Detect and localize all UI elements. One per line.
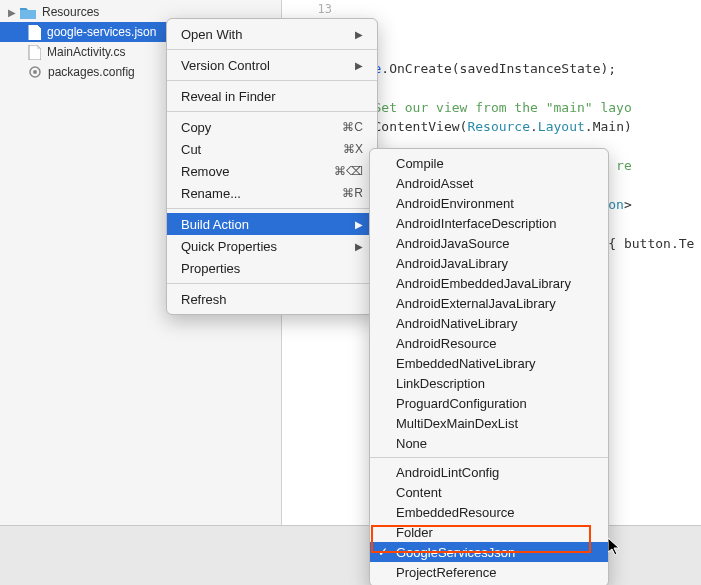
submenu-item[interactable]: AndroidLintConfig	[370, 462, 608, 482]
tree-item-label: Resources	[42, 5, 99, 19]
context-menu: Open With ▶ Version Control ▶ Reveal in …	[166, 18, 378, 315]
submenu-item[interactable]: Folder	[370, 522, 608, 542]
menu-quick-properties[interactable]: Quick Properties ▶	[167, 235, 377, 257]
submenu-item[interactable]: Content	[370, 482, 608, 502]
submenu-label: AndroidJavaLibrary	[396, 256, 508, 271]
submenu-item[interactable]: AndroidEnvironment	[370, 193, 608, 213]
menu-rename[interactable]: Rename... ⌘R	[167, 182, 377, 204]
submenu-item[interactable]: MultiDexMainDexList	[370, 413, 608, 433]
submenu-arrow-icon: ▶	[355, 219, 363, 230]
menu-separator	[167, 208, 377, 209]
folder-icon	[20, 6, 36, 19]
menu-properties[interactable]: Properties	[167, 257, 377, 279]
menu-separator	[167, 283, 377, 284]
checkmark-icon: ✓	[378, 545, 388, 559]
submenu-separator	[370, 457, 608, 458]
menu-item-label: Cut	[181, 142, 201, 157]
submenu-label: AndroidLintConfig	[396, 465, 499, 480]
submenu-item[interactable]: AndroidAsset	[370, 173, 608, 193]
file-icon	[28, 45, 41, 60]
submenu-label: AndroidJavaSource	[396, 236, 509, 251]
line-number: 13	[300, 0, 332, 18]
submenu-label: AndroidEmbeddedJavaLibrary	[396, 276, 571, 291]
submenu-label: EmbeddedResource	[396, 505, 515, 520]
menu-item-label: Open With	[181, 27, 242, 42]
file-icon	[28, 25, 41, 40]
submenu-item[interactable]: EmbeddedResource	[370, 502, 608, 522]
menu-separator	[167, 111, 377, 112]
submenu-label: Content	[396, 485, 442, 500]
menu-version-control[interactable]: Version Control ▶	[167, 54, 377, 76]
submenu-item[interactable]: AndroidExternalJavaLibrary	[370, 293, 608, 313]
submenu-label: AndroidAsset	[396, 176, 473, 191]
submenu-item[interactable]: None	[370, 433, 608, 453]
gear-icon	[28, 65, 42, 79]
submenu-item[interactable]: Compile	[370, 153, 608, 173]
submenu-item[interactable]: LinkDescription	[370, 373, 608, 393]
submenu-item[interactable]: AndroidInterfaceDescription	[370, 213, 608, 233]
submenu-label: AndroidNativeLibrary	[396, 316, 517, 331]
submenu-item[interactable]: EmbeddedNativeLibrary	[370, 353, 608, 373]
submenu-arrow-icon: ▶	[355, 60, 363, 71]
submenu-label: MultiDexMainDexList	[396, 416, 518, 431]
submenu-label: AndroidExternalJavaLibrary	[396, 296, 556, 311]
submenu-label: Compile	[396, 156, 444, 171]
menu-item-label: Build Action	[181, 217, 249, 232]
menu-item-label: Remove	[181, 164, 229, 179]
menu-shortcut: ⌘X	[343, 142, 363, 156]
submenu-item[interactable]: ProguardConfiguration	[370, 393, 608, 413]
submenu-arrow-icon: ▶	[355, 29, 363, 40]
menu-copy[interactable]: Copy ⌘C	[167, 116, 377, 138]
submenu-label: None	[396, 436, 427, 451]
submenu-item[interactable]: AndroidJavaLibrary	[370, 253, 608, 273]
submenu-item[interactable]: AndroidResource	[370, 333, 608, 353]
submenu-label: AndroidEnvironment	[396, 196, 514, 211]
menu-build-action[interactable]: Build Action ▶	[167, 213, 377, 235]
submenu-label: ProjectReference	[396, 565, 496, 580]
submenu-item[interactable]: AndroidEmbeddedJavaLibrary	[370, 273, 608, 293]
submenu-label: GoogleServicesJson	[396, 545, 515, 560]
submenu-label: Folder	[396, 525, 433, 540]
submenu-item[interactable]: ProjectReference	[370, 562, 608, 582]
menu-shortcut: ⌘C	[342, 120, 363, 134]
disclosure-triangle-icon[interactable]: ▶	[8, 7, 18, 18]
menu-item-label: Rename...	[181, 186, 241, 201]
tree-item-label: packages.config	[48, 65, 135, 79]
tree-item-label: MainActivity.cs	[47, 45, 125, 59]
menu-reveal-finder[interactable]: Reveal in Finder	[167, 85, 377, 107]
build-action-submenu: Compile AndroidAsset AndroidEnvironment …	[369, 148, 609, 585]
submenu-label: EmbeddedNativeLibrary	[396, 356, 535, 371]
menu-separator	[167, 80, 377, 81]
menu-shortcut: ⌘R	[342, 186, 363, 200]
menu-refresh[interactable]: Refresh	[167, 288, 377, 310]
submenu-item[interactable]: AndroidNativeLibrary	[370, 313, 608, 333]
tree-item-label: google-services.json	[47, 25, 156, 39]
menu-item-label: Properties	[181, 261, 240, 276]
menu-cut[interactable]: Cut ⌘X	[167, 138, 377, 160]
menu-item-label: Refresh	[181, 292, 227, 307]
submenu-item[interactable]: AndroidJavaSource	[370, 233, 608, 253]
menu-open-with[interactable]: Open With ▶	[167, 23, 377, 45]
menu-item-label: Quick Properties	[181, 239, 277, 254]
menu-item-label: Version Control	[181, 58, 270, 73]
menu-remove[interactable]: Remove ⌘⌫	[167, 160, 377, 182]
svg-point-1	[33, 70, 37, 74]
submenu-label: ProguardConfiguration	[396, 396, 527, 411]
submenu-label: LinkDescription	[396, 376, 485, 391]
menu-item-label: Reveal in Finder	[181, 89, 276, 104]
submenu-label: AndroidResource	[396, 336, 496, 351]
submenu-label: AndroidInterfaceDescription	[396, 216, 556, 231]
menu-item-label: Copy	[181, 120, 211, 135]
menu-shortcut: ⌘⌫	[334, 164, 363, 178]
submenu-item-google-services-json[interactable]: ✓ GoogleServicesJson	[370, 542, 608, 562]
submenu-arrow-icon: ▶	[355, 241, 363, 252]
menu-separator	[167, 49, 377, 50]
